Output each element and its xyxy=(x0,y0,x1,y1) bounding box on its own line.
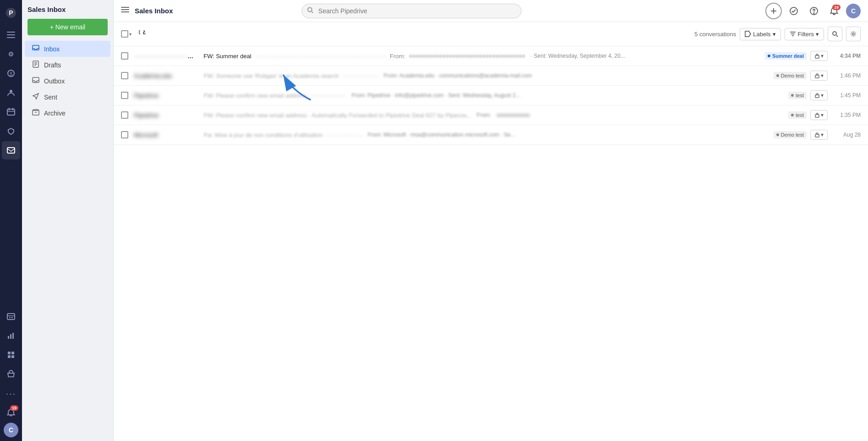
marketplace-nav-icon[interactable] xyxy=(2,365,20,383)
notifications-button[interactable]: 19 xyxy=(826,3,842,19)
select-all-checkbox[interactable] xyxy=(121,30,128,38)
sidebar-item-archive[interactable]: Archive xyxy=(25,105,110,121)
notification-count: 19 xyxy=(10,405,18,411)
email-subject-5: Fw: Mise à jour de nos conditions d'util… xyxy=(203,132,323,138)
sent-icon xyxy=(32,93,39,101)
inbox-icon xyxy=(32,44,39,53)
search-input[interactable] xyxy=(302,4,522,18)
labels-dropdown[interactable]: ▾ xyxy=(773,31,776,38)
reports-nav-icon[interactable] xyxy=(2,326,20,345)
email-lock-btn-3[interactable]: ▾ xyxy=(810,90,828,100)
email-subject-preview-4: FW: Please confirm new email address - A… xyxy=(203,112,783,119)
sidebar-item-drafts[interactable]: Drafts xyxy=(25,57,110,73)
email-lock-btn-5[interactable]: ▾ xyxy=(810,130,828,140)
sidebar-item-archive-label: Archive xyxy=(44,110,66,117)
activities-button[interactable] xyxy=(786,3,802,19)
labels-button[interactable]: Labels ▾ xyxy=(740,28,780,40)
outbox-icon xyxy=(32,77,39,85)
select-dropdown-arrow[interactable]: ▾ xyxy=(129,32,132,37)
email-preview-1: —————————————————————— xyxy=(255,53,386,60)
email-label-2: Demo test xyxy=(774,72,807,79)
email-row-4[interactable]: Pipedrive FW: Please confirm new email a… xyxy=(114,105,868,125)
filters-button[interactable]: Filters ▾ xyxy=(785,28,824,40)
notification-icon[interactable]: 19 xyxy=(2,403,20,422)
search-icon xyxy=(307,7,313,15)
help-button[interactable] xyxy=(806,3,822,19)
email-label-3: test xyxy=(788,92,807,99)
email-time-2: 1:46 PM xyxy=(833,72,861,79)
home-icon[interactable] xyxy=(2,45,20,63)
sidebar-item-inbox-label: Inbox xyxy=(44,45,60,53)
email-row-1[interactable]: —————————————— FW: Summer deal —————————… xyxy=(114,46,868,66)
email-time-5: Aug 28 xyxy=(833,132,861,138)
user-avatar-topbar[interactable]: C xyxy=(846,4,861,18)
contacts-icon[interactable] xyxy=(2,83,20,102)
sidebar-title: Sales Inbox xyxy=(27,6,66,13)
email-lock-btn-1[interactable]: ▾ xyxy=(810,51,828,61)
email-meta-3: test ▾ xyxy=(788,90,828,100)
svg-rect-39 xyxy=(815,95,819,98)
labels-label: Labels xyxy=(753,31,770,38)
topbar-menu-icon[interactable] xyxy=(121,6,129,16)
svg-point-34 xyxy=(833,32,836,35)
email-label-4: test xyxy=(788,111,807,119)
add-button[interactable] xyxy=(765,3,782,19)
email-subject-preview-1: FW: Summer deal —————————————————————— F… xyxy=(203,53,759,60)
sidebar-item-outbox-label: Outbox xyxy=(44,77,65,85)
activities-icon[interactable] xyxy=(2,103,20,121)
mail-nav-icon[interactable] xyxy=(2,141,20,160)
topbar-title: Sales Inbox xyxy=(135,7,173,15)
svg-rect-22 xyxy=(11,355,14,358)
calendar-nav-icon[interactable] xyxy=(2,307,20,325)
email-meta-4: test ▾ xyxy=(788,110,828,120)
email-row-check-4[interactable] xyxy=(121,111,128,119)
email-row-check-2[interactable] xyxy=(121,72,128,79)
email-lock-btn-4[interactable]: ▾ xyxy=(810,110,828,120)
email-area: ▾ 5 conversations Labels ▾ xyxy=(114,22,868,441)
email-time-4: 1:35 PM xyxy=(833,112,861,118)
email-row-check-3[interactable] xyxy=(121,92,128,99)
email-subject-1: FW: Summer deal xyxy=(203,53,252,60)
refresh-button[interactable] xyxy=(135,27,150,41)
deals-icon[interactable]: $ xyxy=(2,64,20,83)
archive-icon xyxy=(32,109,39,117)
email-preview-5: —————— xyxy=(326,132,362,138)
email-subject-preview-2: FW: Someone use 'Robgas' is an Academia … xyxy=(203,72,768,79)
search-bar xyxy=(302,4,522,18)
email-toolbar: ▾ 5 conversations Labels ▾ xyxy=(114,22,868,46)
email-row-check-5[interactable] xyxy=(121,131,128,138)
logo-icon[interactable]: P xyxy=(2,4,20,22)
campaigns-icon[interactable] xyxy=(2,122,20,140)
svg-rect-10 xyxy=(7,109,15,115)
email-label-text-2: Demo test xyxy=(781,73,804,78)
search-email-button[interactable] xyxy=(828,27,842,41)
sidebar-item-inbox[interactable]: Inbox xyxy=(25,41,110,57)
settings-button[interactable] xyxy=(846,27,861,41)
email-preview-2: —————— xyxy=(342,72,378,79)
sidebar-item-outbox[interactable]: Outbox xyxy=(25,73,110,89)
email-row-3[interactable]: Pipedrive FW: Please confirm new email a… xyxy=(114,86,868,105)
new-email-button[interactable]: + New email xyxy=(27,19,108,35)
products-nav-icon[interactable] xyxy=(2,346,20,364)
filters-dropdown[interactable]: ▾ xyxy=(816,31,819,38)
email-row-check-1[interactable] xyxy=(121,52,128,60)
svg-rect-16 xyxy=(8,336,9,339)
svg-rect-12 xyxy=(7,314,15,320)
svg-point-14 xyxy=(11,317,11,318)
main-content: Sales Inbox xyxy=(114,0,868,441)
svg-rect-20 xyxy=(11,352,14,354)
notifications-badge: 19 xyxy=(832,5,841,10)
more-icon[interactable]: ··· xyxy=(2,384,20,402)
menu-icon[interactable] xyxy=(2,26,20,44)
email-subject-preview-5: Fw: Mise à jour de nos conditions d'util… xyxy=(203,132,768,138)
email-meta-1: Summer deal ▾ xyxy=(765,51,828,61)
email-label-1: Summer deal xyxy=(765,52,807,60)
email-sender-2: Academia.edu xyxy=(134,72,198,79)
email-row-5[interactable]: Microsoft Fw: Mise à jour de nos conditi… xyxy=(114,125,868,145)
email-row-2[interactable]: Academia.edu FW: Someone use 'Robgas' is… xyxy=(114,66,868,86)
email-lock-btn-2[interactable]: ▾ xyxy=(810,71,828,81)
svg-rect-2 xyxy=(7,32,15,33)
email-label-text-4: test xyxy=(796,112,804,118)
sidebar-item-sent[interactable]: Sent xyxy=(25,89,110,105)
user-avatar[interactable]: C xyxy=(4,423,18,437)
